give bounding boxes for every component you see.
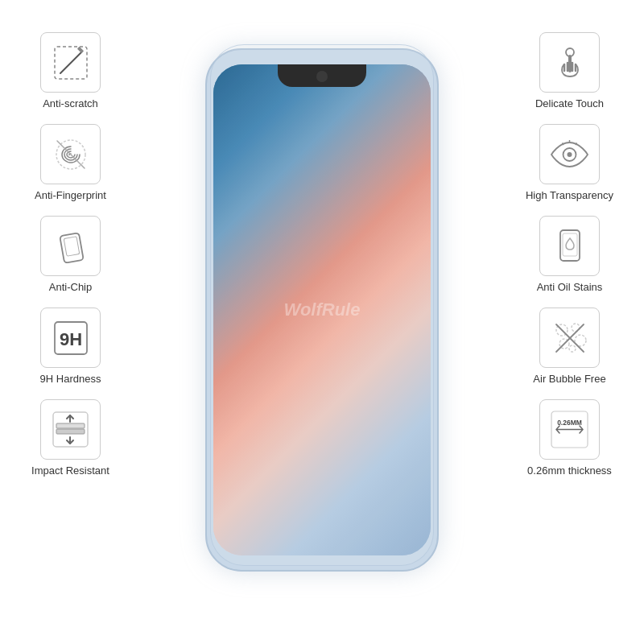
touch-icon-box — [539, 32, 600, 93]
9h-icon: 9H — [51, 318, 91, 358]
phone-notch — [278, 64, 366, 87]
feature-impact-resistant: Impact Resistant — [8, 399, 133, 477]
svg-point-20 — [568, 152, 572, 157]
feature-high-transparency: High Transparency — [503, 124, 636, 201]
feature-anti-chip: Anti-Chip — [8, 216, 133, 293]
anti-chip-label: Anti-Chip — [49, 281, 92, 293]
left-features: Anti-scratch Anti-Fingerprint — [8, 32, 133, 477]
feature-9h-hardness: 9H 9H Hardness — [8, 308, 133, 385]
phone-screen: WolfRule — [213, 64, 431, 555]
svg-rect-6 — [64, 236, 80, 255]
9h-icon-box: 9H — [40, 308, 101, 368]
svg-rect-25 — [563, 233, 577, 256]
anti-chip-icon-box — [40, 216, 101, 276]
main-container: Anti-scratch Anti-Fingerprint — [0, 0, 644, 644]
anti-scratch-label: Anti-scratch — [43, 97, 98, 109]
bubble-icon-box — [539, 308, 600, 368]
svg-text:0.26MM: 0.26MM — [557, 419, 582, 427]
thickness-icon-box: 0.26MM — [539, 399, 600, 460]
anti-fingerprint-icon-box — [40, 124, 101, 184]
oil-icon-box — [539, 216, 600, 276]
right-features: Delicate Touch High Transparency — [503, 32, 636, 477]
eye-icon-box — [539, 124, 600, 184]
svg-rect-10 — [56, 423, 85, 428]
thickness-icon: 0.26MM — [547, 407, 592, 452]
svg-point-30 — [569, 345, 576, 352]
feature-thickness: 0.26MM 0.26mm thickness — [503, 399, 636, 477]
chip-icon — [51, 226, 91, 266]
impact-icon — [48, 407, 93, 452]
oil-icon — [550, 226, 590, 266]
impact-icon-box — [40, 399, 101, 460]
eye-icon — [547, 134, 592, 175]
feature-delicate-touch: Delicate Touch — [503, 32, 636, 109]
phone-body: WolfRule — [205, 48, 439, 572]
touch-icon — [550, 43, 590, 83]
feature-anti-fingerprint: Anti-Fingerprint — [8, 124, 133, 201]
anti-fingerprint-label: Anti-Fingerprint — [35, 189, 106, 201]
impact-resistant-label: Impact Resistant — [31, 464, 109, 477]
watermark: WolfRule — [284, 299, 361, 320]
feature-anti-scratch: Anti-scratch — [8, 32, 133, 109]
svg-rect-11 — [56, 429, 85, 434]
delicate-touch-label: Delicate Touch — [535, 97, 604, 109]
air-bubble-label: Air Bubble Free — [533, 373, 605, 385]
phone-camera — [316, 71, 328, 82]
svg-line-1 — [60, 52, 81, 73]
high-transparency-label: High Transparency — [526, 189, 613, 201]
anti-oil-label: Anti Oil Stains — [537, 281, 603, 293]
svg-line-4 — [57, 141, 85, 168]
phone-container: WolfRule — [197, 48, 447, 596]
feature-air-bubble: Air Bubble Free — [503, 308, 636, 385]
scratch-icon — [51, 43, 91, 83]
feature-anti-oil: Anti Oil Stains — [503, 216, 636, 293]
anti-scratch-icon-box — [40, 32, 101, 93]
fingerprint-icon — [51, 134, 91, 175]
svg-text:9H: 9H — [59, 329, 81, 349]
bubble-icon — [550, 318, 590, 358]
thickness-label: 0.26mm thickness — [527, 464, 612, 477]
9h-hardness-label: 9H Hardness — [40, 373, 101, 385]
